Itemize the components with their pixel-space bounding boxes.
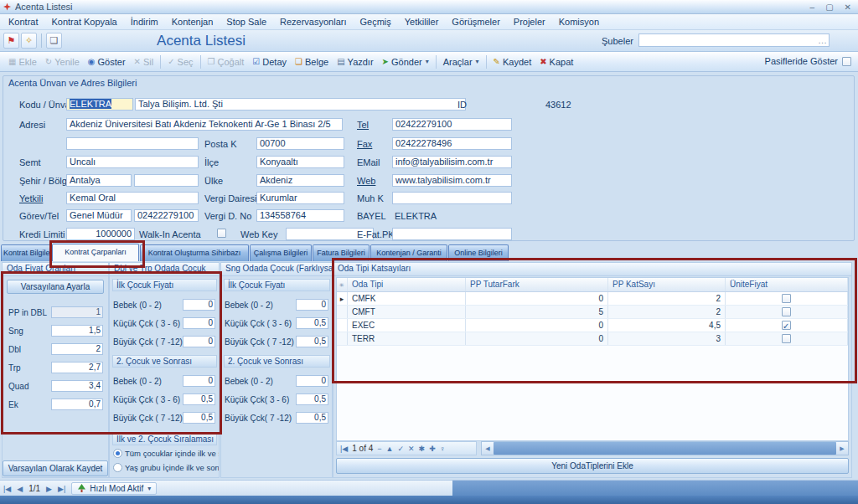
scrollbar-thumb[interactable]: [494, 442, 836, 455]
save-button[interactable]: ✎Kaydet: [489, 55, 536, 69]
tab-kontrat-bilgileri[interactable]: Kontrat Bilgileri: [1, 244, 51, 261]
sehir-input[interactable]: Antalya: [66, 174, 132, 187]
show-passive-checkbox[interactable]: [842, 57, 851, 66]
cell-oda-tipi[interactable]: CMFT: [348, 306, 466, 318]
maximize-icon[interactable]: ▢: [825, 3, 833, 12]
table-row-cmfk[interactable]: CMFK 0 2: [337, 292, 848, 306]
buyuk-cck-input[interactable]: 0: [183, 336, 215, 347]
posta-input[interactable]: 00700: [256, 137, 344, 150]
kucuk-cck2-input[interactable]: 0,5: [296, 393, 328, 405]
cell-pp-tutarfark[interactable]: 0: [466, 292, 608, 305]
column-header-pp-katsayi[interactable]: PP KatSayı: [608, 278, 726, 291]
close-icon[interactable]: ✕: [845, 3, 851, 12]
ordering-option-age-group[interactable]: Yaş grubu İçinde ilk ve sonra: [113, 463, 219, 472]
first-page-icon[interactable]: |◀: [3, 485, 11, 493]
radio-icon[interactable]: [113, 463, 122, 472]
tel-input[interactable]: 02422279100: [392, 118, 512, 131]
prev-page-icon[interactable]: ◀: [17, 485, 23, 493]
sng-input[interactable]: 1,5: [51, 325, 103, 337]
kucuk-cck-input[interactable]: 0,5: [296, 317, 328, 329]
menu-stop-sale[interactable]: Stop Sale: [220, 17, 273, 27]
efat-pk-input[interactable]: [392, 228, 512, 240]
cell-pp-tutarfark[interactable]: 0: [466, 332, 608, 345]
refresh-button[interactable]: ↻Yenile: [41, 55, 84, 69]
yetkili-input[interactable]: Kemal Oral: [66, 192, 199, 204]
tab-fatura-bilgileri[interactable]: Fatura Bilgileri: [313, 244, 370, 261]
unite-fiyat-checkbox[interactable]: [782, 321, 791, 330]
first-record-icon[interactable]: |◀: [340, 445, 348, 453]
duplicate-button[interactable]: ❐Çoğalt: [204, 55, 249, 69]
tab-kontenjan-garanti[interactable]: Kontenjan / Garanti: [370, 244, 447, 261]
menu-kontenjan[interactable]: Kontenjan: [165, 17, 220, 27]
adres2-input[interactable]: [66, 137, 199, 150]
trp-input[interactable]: 2,7: [51, 362, 103, 373]
cell-pp-katsayi[interactable]: 3: [608, 332, 726, 345]
buyuk-cck-input[interactable]: 0,5: [296, 336, 328, 347]
pp-in-dbl-input[interactable]: 1: [51, 306, 103, 318]
menu-kontrat[interactable]: Kontrat: [2, 17, 44, 27]
buyuk-cck2-input[interactable]: 0,5: [183, 412, 215, 424]
cancel-edit-icon[interactable]: ✕: [408, 445, 415, 453]
menu-yetkililer[interactable]: Yetkililer: [398, 17, 446, 27]
vergi-no-input[interactable]: 134558764: [256, 209, 344, 222]
save-as-default-button[interactable]: Varsayılan Olarak Kaydet: [3, 460, 108, 476]
semt-input[interactable]: Uncalı: [66, 156, 199, 168]
column-header-oda-tipi[interactable]: Oda Tipi: [348, 278, 466, 291]
scroll-right-icon[interactable]: ▶: [836, 442, 848, 455]
bebek-input[interactable]: 0: [183, 299, 215, 311]
walkin-checkbox[interactable]: [217, 229, 226, 238]
document-button[interactable]: ❏Belge: [291, 55, 333, 69]
ilce-input[interactable]: Konyaaltı: [256, 156, 344, 168]
kucuk-cck2-input[interactable]: 0,5: [183, 393, 215, 405]
email-input[interactable]: info@talyabilisim.com.tr: [392, 156, 512, 168]
menu-indirim[interactable]: İndirim: [124, 17, 165, 27]
post-edit-icon[interactable]: ✓: [397, 445, 404, 453]
tab-kontrat-olusturma-sihirbazi[interactable]: Kontrat Oluşturma Sihirbazı: [140, 244, 249, 261]
quad-input[interactable]: 3,4: [51, 380, 103, 392]
key-button[interactable]: ✧: [21, 33, 37, 49]
last-page-icon[interactable]: ▶|: [58, 485, 65, 493]
insert-record-icon[interactable]: ✚: [429, 445, 436, 453]
tab-kontrat-carpanlari[interactable]: Kontrat Çarpanları: [52, 244, 139, 261]
column-header-pp-tutarfark[interactable]: PP TutarFark: [466, 278, 608, 291]
vergi-dairesi-input[interactable]: Kurumlar: [256, 192, 344, 204]
cell-pp-katsayi[interactable]: 4,5: [608, 319, 726, 332]
copy-document-button[interactable]: ❏: [46, 33, 62, 49]
bolge-input[interactable]: [134, 174, 199, 187]
delete-button[interactable]: ✕Sil: [130, 55, 158, 69]
select-button[interactable]: ✓Seç: [163, 55, 197, 69]
tools-button[interactable]: Araçlar▾: [439, 55, 483, 69]
radio-icon[interactable]: [113, 449, 122, 458]
add-room-types-button[interactable]: Yeni OdaTiplerini Ekle: [336, 458, 849, 474]
menu-gorusmeler[interactable]: Görüşmeler: [445, 17, 506, 27]
flag-button[interactable]: ⚑: [3, 33, 19, 49]
ordering-option-all-children[interactable]: Tüm çocuklar içinde ilk ve son: [113, 449, 219, 458]
edit-record-icon[interactable]: ▲: [386, 445, 394, 453]
minimize-icon[interactable]: –: [810, 3, 815, 12]
cell-pp-katsayi[interactable]: 2: [608, 292, 726, 305]
set-default-button[interactable]: Varsayılana Ayarla: [7, 280, 104, 294]
table-row-terr[interactable]: TERR 0 3: [337, 332, 848, 346]
unvan-input[interactable]: Talya Bilişim. Ltd. Şti: [135, 98, 466, 111]
print-button[interactable]: ▤Yazdır: [333, 55, 377, 69]
column-header-unitefiyat[interactable]: ÜniteFiyat: [726, 278, 848, 291]
bebek-input[interactable]: 0: [296, 299, 328, 311]
close-form-button[interactable]: ✖Kapat: [535, 55, 577, 69]
locate-record-icon[interactable]: ♀: [440, 445, 446, 453]
unite-fiyat-checkbox[interactable]: [782, 307, 791, 316]
detail-button[interactable]: ☑Detay: [248, 55, 291, 69]
menu-gecmis[interactable]: Geçmiş: [354, 17, 398, 27]
show-button[interactable]: ◉Göster: [84, 55, 130, 69]
add-button[interactable]: ▦Ekle: [4, 55, 41, 69]
menu-kontrat-kopyala[interactable]: Kontrat Kopyala: [44, 17, 123, 27]
dbl-input[interactable]: 2: [51, 343, 103, 355]
ek-input[interactable]: 0,7: [51, 399, 103, 410]
delete-record-icon[interactable]: −: [377, 445, 381, 453]
kucuk-cck-input[interactable]: 0: [183, 317, 215, 329]
table-row-cmft[interactable]: CMFT 5 2: [337, 306, 848, 319]
bebek2-input[interactable]: 0: [296, 375, 328, 387]
table-row-exec[interactable]: EXEC 0 4,5: [337, 319, 848, 332]
scroll-left-icon[interactable]: ◀: [482, 442, 494, 455]
kodu-input[interactable]: ELEKTRA: [66, 98, 133, 111]
cell-pp-katsayi[interactable]: 2: [608, 306, 726, 318]
